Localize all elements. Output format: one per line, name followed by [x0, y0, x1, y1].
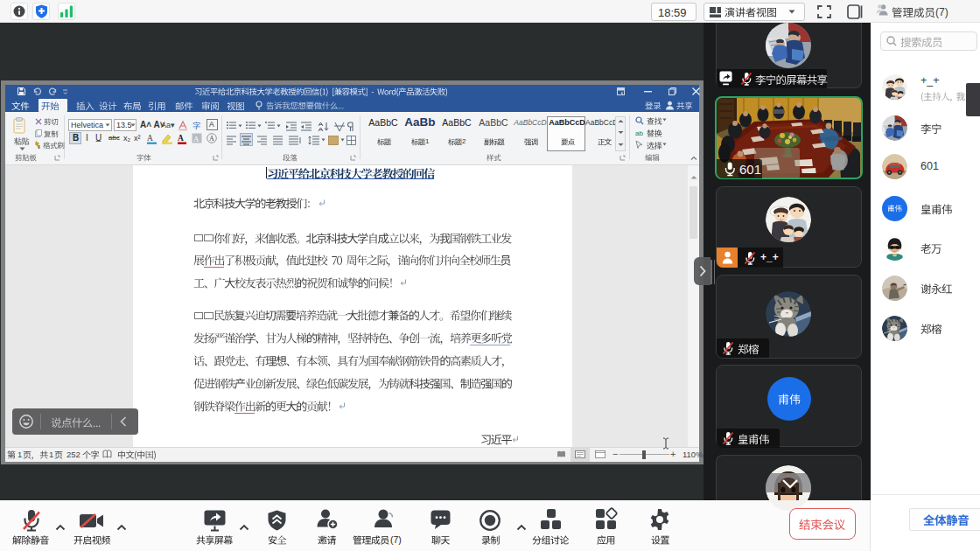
svg-text:A: A — [209, 135, 214, 143]
svg-text:A: A — [193, 135, 200, 143]
svg-text:A: A — [178, 134, 184, 143]
svg-text:ab: ab — [635, 129, 643, 137]
svg-text:A: A — [147, 134, 153, 143]
